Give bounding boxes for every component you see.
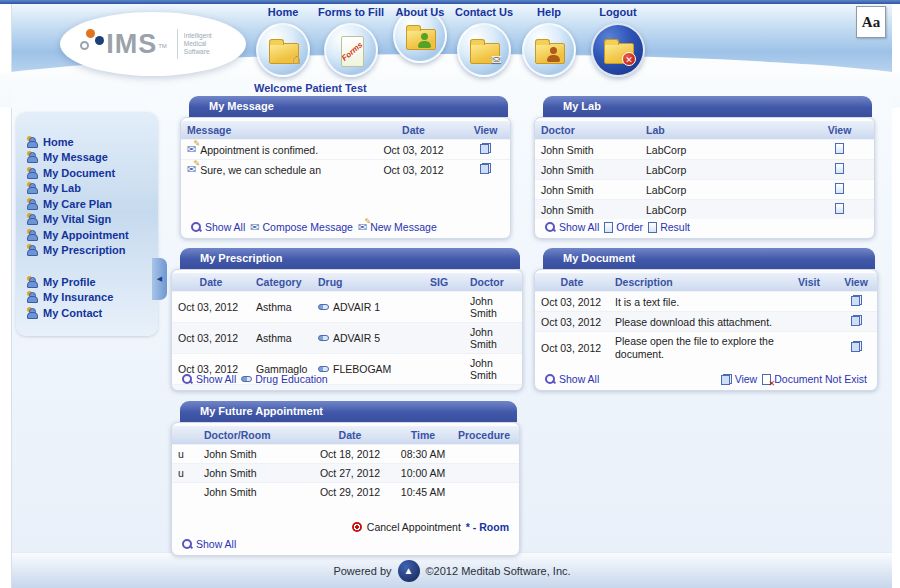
search-icon xyxy=(191,222,202,233)
compose-message-link[interactable]: ✉Compose Message xyxy=(250,221,353,233)
col-visit: Visit xyxy=(783,273,835,292)
panel-title: My Lab xyxy=(543,96,872,117)
ims-logo: IMS TM Intelligent Medical Software xyxy=(60,12,246,76)
contact-folder-icon[interactable]: ✉ xyxy=(457,23,511,77)
sidebar-item-my-vital-sign[interactable]: My Vital Sign xyxy=(16,212,158,228)
powered-by-text: Powered by xyxy=(333,565,391,577)
sidebar-item-my-lab[interactable]: My Lab xyxy=(16,181,158,197)
person-icon xyxy=(418,33,431,48)
user-icon xyxy=(26,307,37,319)
sidebar-item-my-care-plan[interactable]: My Care Plan xyxy=(16,196,158,212)
patient-portal-page: IMS TM Intelligent Medical Software Home… xyxy=(0,0,900,588)
view-icon[interactable] xyxy=(480,163,491,174)
show-all-link[interactable]: Show All xyxy=(182,538,236,550)
cancel-legend-icon xyxy=(352,522,362,532)
col-date: Date xyxy=(172,273,250,292)
view-icon[interactable] xyxy=(851,315,862,326)
view-result-icon[interactable] xyxy=(835,163,844,174)
sidebar-item-my-contact[interactable]: My Contact xyxy=(16,305,158,321)
message-row: ✉Appointment is confimed. Oct 03, 2012 xyxy=(181,140,510,160)
sidebar-item-my-document[interactable]: My Document xyxy=(16,165,158,181)
show-all-link[interactable]: Show All xyxy=(191,221,245,233)
forms-badge: Forms xyxy=(340,40,365,63)
view-icon[interactable] xyxy=(851,341,862,352)
panel-title: My Document xyxy=(543,248,875,269)
sidebar-item-my-profile[interactable]: My Profile xyxy=(16,274,158,290)
nav-label: Logout xyxy=(578,6,658,20)
font-size-button[interactable]: Aa xyxy=(856,6,886,38)
view-result-icon[interactable] xyxy=(835,183,844,194)
logout-x-icon: ✕ xyxy=(622,52,636,66)
view-result-icon[interactable] xyxy=(835,203,844,214)
panel-my-future-appointment: My Future Appointment Doctor/Room Date T… xyxy=(171,401,520,556)
result-doc-icon xyxy=(648,222,657,233)
nav-item-forms-to-fill[interactable]: Forms to Fill Forms xyxy=(311,6,391,77)
footer: Powered by ©2012 Meditab Software, Inc. xyxy=(12,552,892,588)
envelope-icon: ✉ xyxy=(491,53,502,66)
col-time: Time xyxy=(394,426,452,445)
welcome-text: Welcome Patient Test xyxy=(254,82,367,94)
view-icon[interactable] xyxy=(851,295,862,306)
user-icon xyxy=(26,167,37,179)
lab-row: John SmithLabCorp xyxy=(535,180,874,200)
logo-tm: TM xyxy=(158,43,167,49)
col-procedure: Procedure xyxy=(452,426,516,445)
pill-icon xyxy=(241,376,252,382)
view-icon xyxy=(721,374,732,385)
view-link[interactable]: View xyxy=(721,373,758,385)
document-not-exist-link[interactable]: Document Not Exist xyxy=(762,373,867,385)
help-folder-icon[interactable] xyxy=(522,23,576,77)
sidebar-collapse-button[interactable] xyxy=(152,258,167,300)
show-all-link[interactable]: Show All xyxy=(545,221,599,233)
logo-divider xyxy=(177,29,178,59)
panel-my-message: My Message Message Date View ✉Appointmen… xyxy=(180,96,511,239)
user-icon xyxy=(26,182,37,194)
panel-title: My Prescription xyxy=(180,248,520,269)
col-doctor: Doctor xyxy=(535,121,640,140)
lab-row: John SmithLabCorp xyxy=(535,160,874,180)
nav-item-logout[interactable]: Logout ✕ xyxy=(578,6,658,77)
new-message-icon: ✉ xyxy=(187,144,196,155)
col-view: View xyxy=(461,121,510,140)
col-drug: Drug xyxy=(312,273,424,292)
prescription-row: Oct 03, 2012 Misc HIZENTRA John Smith xyxy=(172,385,522,392)
envelope-icon: ✉ xyxy=(250,222,259,233)
sidebar-item-my-insurance[interactable]: My Insurance xyxy=(16,290,158,306)
col-lab: Lab xyxy=(640,121,805,140)
show-all-link[interactable]: Show All xyxy=(182,373,236,385)
logout-folder-icon[interactable]: ✕ xyxy=(591,23,645,77)
prescription-row: Oct 03, 2012 Asthma ADVAIR 5 John Smith xyxy=(172,323,522,354)
view-icon[interactable] xyxy=(480,143,491,154)
col-category: Category xyxy=(250,273,312,292)
sidebar-item-my-prescription[interactable]: My Prescription xyxy=(16,243,158,259)
prescription-row: Oct 03, 2012 Asthma ADVAIR 1 John Smith xyxy=(172,292,522,323)
forms-notepad-icon[interactable]: Forms xyxy=(324,23,378,77)
sidebar-item-my-appointment[interactable]: My Appointment xyxy=(16,227,158,243)
show-all-link[interactable]: Show All xyxy=(545,373,599,385)
drug-education-link[interactable]: Drug Education xyxy=(241,373,327,385)
panel-my-prescription: My Prescription Date Category Drug SIG D… xyxy=(171,248,523,391)
user-icon xyxy=(26,276,37,288)
sidebar: Home My Message My Document My Lab My Ca… xyxy=(16,112,158,336)
home-folder-icon[interactable]: ⌂ xyxy=(256,23,310,77)
lab-row: John SmithLabCorp xyxy=(535,140,874,160)
user-icon xyxy=(26,198,37,210)
user-icon xyxy=(26,151,37,163)
panel-title: My Message xyxy=(189,96,508,117)
col-description: Description xyxy=(609,273,783,292)
nav-item-help[interactable]: Help xyxy=(509,6,589,77)
document-row: Oct 03, 2012 Please download this attach… xyxy=(535,312,877,332)
new-message-link[interactable]: ✉New Message xyxy=(358,221,437,233)
panel-my-document: My Document Date Description Visit View … xyxy=(534,248,878,391)
order-doc-icon xyxy=(604,222,613,233)
nav-label: Forms to Fill xyxy=(311,6,391,20)
col-view: View xyxy=(835,273,877,292)
search-icon xyxy=(182,374,193,385)
result-link[interactable]: Result xyxy=(648,221,690,233)
appointment-row: u John Smith Oct 27, 2012 10:00 AM xyxy=(172,464,519,483)
sidebar-item-home[interactable]: Home xyxy=(16,134,158,150)
view-result-icon[interactable] xyxy=(835,143,844,154)
sidebar-item-my-message[interactable]: My Message xyxy=(16,150,158,166)
order-link[interactable]: Order xyxy=(604,221,643,233)
col-view: View xyxy=(805,121,874,140)
